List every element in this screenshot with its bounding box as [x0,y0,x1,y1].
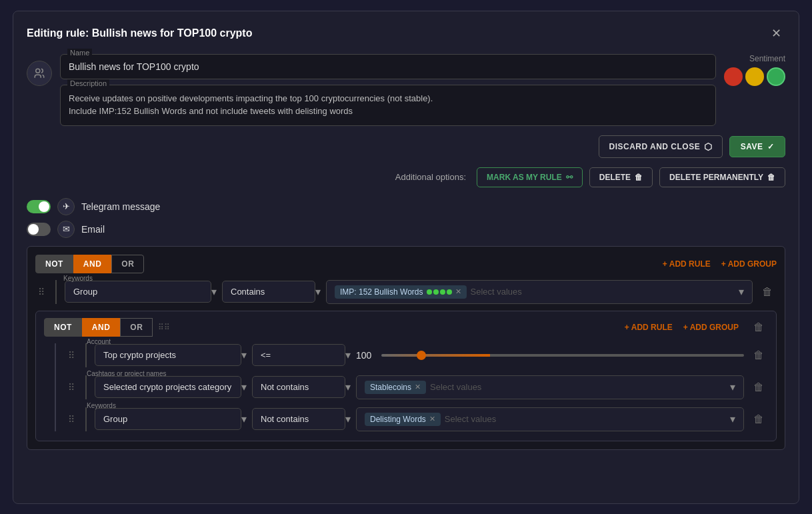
inner-rule-3-tag-close[interactable]: ✕ [429,415,435,423]
inner-container-delete[interactable]: 🗑 [749,319,768,336]
inner-rule-1-operator-select[interactable]: <= [252,344,345,366]
outer-tag: IMP: 152 Bullish Words ✕ [335,285,467,299]
delete-icon: 🗑 [635,173,643,182]
tag-dot-3 [440,289,445,295]
sentiment-neutral[interactable] [745,67,764,86]
inner-rule-3-delete[interactable]: 🗑 [749,411,768,428]
inner-rule-2-row: ⠿ Selected crypto projects category ▾ No… [65,375,768,399]
outer-rule-wrapper: Keywords ⠿ Group ▾ Contains ▾ IMP: 152 B… [35,280,777,304]
inner-rule-3-placeholder: Select values [445,414,496,424]
delete-permanently-icon: 🗑 [767,173,775,182]
inner-rule-3-tag-label: Delisting Words [370,415,426,424]
inner-rule-2-tag-close[interactable]: ✕ [415,383,421,391]
inner-rule-2-op-arrow: ▾ [345,381,351,393]
telegram-icon: ✈ [57,198,75,215]
mark-label: MARK AS MY RULE [487,173,562,182]
email-toggle[interactable] [27,223,51,236]
inner-logic-bar: NOT AND OR ⠿⠿ + ADD RULE + ADD GROUP 🗑 [44,318,768,337]
mark-as-my-rule-button[interactable]: MARK AS MY RULE ⚯ [477,167,583,187]
form-section: Name Description Receive updates on posi… [27,54,785,126]
tag-dot-2 [433,289,439,295]
inner-rule-3-row: ⠿ Group ▾ Not contains ▾ Delisting Word [65,407,768,431]
inner-rule-3-field-select[interactable]: Group [95,408,241,430]
inner-rule-1-slider-area: 100 [356,350,744,361]
modal-header: Editing rule: Bullish news for TOP100 cr… [27,25,785,42]
outer-tag-close[interactable]: ✕ [455,287,461,296]
save-button[interactable]: SAVE ✓ [729,136,785,157]
inner-or-button[interactable]: OR [120,318,153,337]
outer-operator-select[interactable]: Contains [222,281,315,303]
inner-rule-2-delete[interactable]: 🗑 [749,379,768,396]
inner-rule-1-value: 100 [356,350,376,361]
delete-permanently-label: DELETE PERMANENTLY [669,173,763,182]
outer-add-rule-button[interactable]: + ADD RULE [663,259,711,269]
inner-rule-1-slider[interactable] [381,354,744,357]
sentiment-negative[interactable] [724,67,743,86]
inner-rule-2-tag-label: Stablecoins [370,383,411,392]
inner-rule-1-delete[interactable]: 🗑 [749,347,768,364]
discard-button[interactable]: DISCARD AND CLOSE ⬡ [599,135,722,158]
delete-permanently-button[interactable]: DELETE PERMANENTLY 🗑 [659,167,785,187]
inner-rule-3-values-field[interactable]: Delisting Words ✕ Select values ▾ [356,407,744,431]
outer-tag-label: IMP: 152 Bullish Words [340,287,423,297]
inner-rule-1-connector [85,343,87,367]
name-field-group: Name [60,54,716,79]
inner-rule-3-wrapper: Keywords ⠿ Group ▾ Not contains ▾ [65,407,768,431]
outer-drag-handle[interactable]: ⠿ [35,287,47,297]
inner-rule-2-field-select[interactable]: Selected crypto projects category [95,376,241,398]
additional-options-bar: Additional options: MARK AS MY RULE ⚯ DE… [27,167,785,187]
inner-rule-1-field-select[interactable]: Top crypto projects [95,344,241,366]
inner-logic-buttons: NOT AND OR ⠿⠿ [44,318,170,337]
mark-icon: ⚯ [566,173,573,182]
tag-dot-1 [427,289,432,295]
close-button[interactable]: ✕ [767,25,785,42]
discard-label: DISCARD AND CLOSE [609,142,700,151]
save-label: SAVE [741,142,763,151]
inner-not-button[interactable]: NOT [44,318,82,337]
outer-field-select[interactable]: Group [65,281,211,303]
inner-rule-3-operator-select[interactable]: Not contains [252,408,345,430]
inner-and-button[interactable]: AND [82,318,121,337]
inner-rule-3-arrow: ▾ [241,413,247,425]
outer-logic-bar: NOT AND OR + ADD RULE + ADD GROUP [35,255,777,273]
outer-connector [55,280,57,304]
inner-drag-handle[interactable]: ⠿⠿ [158,323,170,332]
inner-add-group-button[interactable]: + ADD GROUP [683,319,739,336]
outer-rule-delete[interactable]: 🗑 [758,283,777,301]
outer-values-field[interactable]: IMP: 152 Bullish Words ✕ Select values ▾ [326,280,753,304]
inner-add-actions: + ADD RULE + ADD GROUP 🗑 [625,319,768,336]
outer-rule-container: NOT AND OR + ADD RULE + ADD GROUP Keywor… [27,246,785,450]
delete-button[interactable]: DELETE 🗑 [589,167,653,187]
inner-rule-2-wrapper: Cashtags or project names ⠿ Selected cry… [65,375,768,399]
inner-rule-1-wrapper: Account ⠿ Top crypto projects ▾ <= ▾ [65,343,768,367]
inner-add-rule-button[interactable]: + ADD RULE [625,319,673,336]
description-field-group: Description Receive updates on positive … [60,85,716,126]
inner-rule-3-drag[interactable]: ⠿ [65,414,77,425]
outer-not-button[interactable]: NOT [35,255,73,273]
outer-rule-type: Keywords [63,275,93,282]
save-check-icon: ✓ [767,142,775,151]
outer-logic-buttons: NOT AND OR [35,255,144,273]
modal-title: Editing rule: Bullish news for TOP100 cr… [27,27,252,39]
inner-rule-2-drag[interactable]: ⠿ [65,382,77,393]
telegram-toggle[interactable] [27,200,51,213]
telegram-label: Telegram message [81,201,160,212]
outer-dropdown-arrow: ▾ [211,285,217,298]
additional-options-label: Additional options: [395,172,466,182]
description-text: Receive updates on positive developments… [61,85,715,125]
name-input[interactable] [61,55,715,79]
sentiment-label: Sentiment [749,54,785,63]
outer-add-actions: + ADD RULE + ADD GROUP [663,259,777,269]
outer-or-button[interactable]: OR [111,255,144,273]
outer-add-group-button[interactable]: + ADD GROUP [721,259,777,269]
outer-and-button[interactable]: AND [73,255,112,273]
inner-rule-2-values-arrow: ▾ [730,381,735,393]
inner-rule-2-values-field[interactable]: Stablecoins ✕ Select values ▾ [356,375,744,399]
inner-rule-2-operator-select[interactable]: Not contains [252,376,345,398]
svg-point-0 [36,69,40,73]
telegram-row: ✈ Telegram message [27,198,785,215]
inner-rule-1-drag[interactable]: ⠿ [65,350,77,361]
sentiment-positive[interactable] [767,67,785,86]
inner-rule-2-connector [85,375,87,399]
delete-label: DELETE [599,173,631,182]
